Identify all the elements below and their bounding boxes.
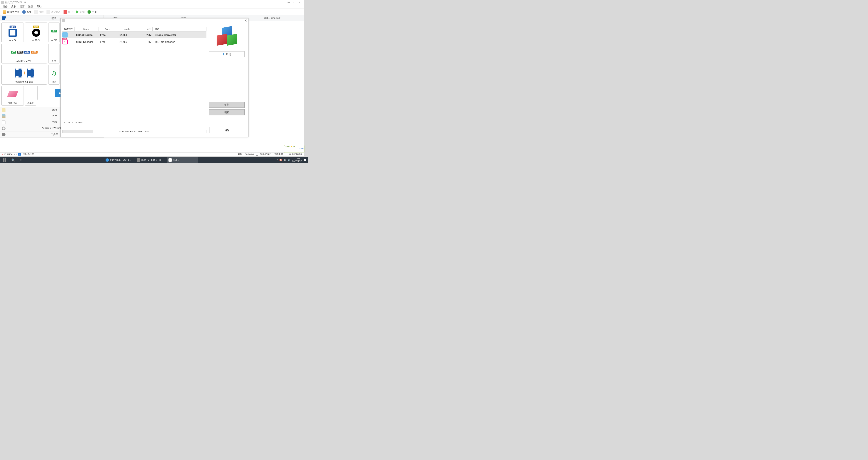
dialog-title-bar: ✕ — [61, 19, 248, 23]
multithread-checkbox[interactable]: ✓ — [18, 153, 21, 156]
menu-bar: 任务 皮肤 语言 选项 帮助 — [0, 5, 304, 9]
refresh-button[interactable]: 刷新 — [209, 109, 245, 116]
col-version[interactable]: Version — [117, 27, 138, 31]
ok-button[interactable]: 确定 — [209, 127, 245, 133]
tray-clock[interactable]: 11:05 2020/4/15 — [292, 157, 302, 163]
cell-desc: MIDI file decoder — [153, 40, 207, 43]
toolbar-clear-list-label: 清空列表 — [51, 10, 61, 14]
play-icon — [76, 10, 79, 14]
mobile-label: -> 移 — [51, 59, 56, 63]
minimize-button[interactable]: — — [288, 1, 290, 4]
tray-network-icon[interactable]: 🖥 — [284, 159, 286, 161]
col-size[interactable]: 大小 — [138, 27, 153, 31]
watermark-label: 去除水印 — [8, 102, 17, 105]
toolbar-stop[interactable]: 停止 — [62, 10, 74, 14]
after-value[interactable]: 关闭电脑 — [274, 153, 283, 156]
plus-icon: + — [23, 70, 26, 76]
maximize-button[interactable]: □ — [294, 1, 295, 4]
ebook-icon — [62, 32, 68, 37]
menu-task[interactable]: 任务 — [3, 5, 7, 8]
toolbar-home-label: 主页 — [92, 10, 97, 14]
status-bar: ● D:\FFOutput ✓ 使用多线程 耗时: 00:00:00 转换完成后… — [0, 152, 304, 156]
download-icon: ⬇ — [222, 53, 225, 56]
audio-icon — [2, 108, 5, 112]
tray-time: 11:05 — [292, 157, 302, 160]
format-mkv[interactable]: MKV -> MKV — [25, 23, 47, 42]
sogou-icon[interactable]: S — [280, 159, 282, 161]
dialog-close-button[interactable]: ✕ — [244, 19, 247, 23]
menu-lang[interactable]: 语言 — [20, 5, 25, 8]
format-gif[interactable]: GIF -> GIF — [49, 23, 60, 42]
format-screen-record[interactable]: 屏幕录 — [25, 86, 36, 106]
format-remove-watermark[interactable]: 去除水印 — [1, 86, 24, 106]
toolbar-remove[interactable]: 移除 — [33, 10, 45, 14]
format-mp4[interactable]: MP4 -> MP4 — [1, 23, 24, 42]
menu-options[interactable]: 选项 — [28, 5, 33, 8]
ff-icon — [137, 158, 140, 162]
after-checkbox[interactable] — [256, 153, 258, 156]
plugin-row-midi[interactable]: MIDI_Decoder Free ->1.0.0 6M MIDI file d… — [62, 38, 207, 45]
taskbar-app-edge[interactable]: 历时 13 年，说它是... — [104, 157, 135, 163]
vob-badge: VOB — [31, 51, 37, 54]
cubes-icon — [215, 27, 239, 45]
tray-up-icon[interactable]: ^ — [277, 159, 278, 161]
cell-version: ->1.0.0 — [117, 40, 138, 43]
globe-icon — [88, 10, 91, 14]
start-button[interactable] — [0, 157, 9, 163]
cancel-label: 取消 — [226, 53, 231, 56]
format-avi-flv-mov[interactable]: AVI FLV MOV VOB -> AVI FLV MOV .... — [1, 43, 47, 64]
flv-badge: FLV — [17, 51, 23, 54]
output-path[interactable]: D:\FFOutput — [4, 153, 17, 156]
toolbar-clear-list[interactable]: 清空列表 — [45, 10, 62, 14]
toolbar-home[interactable]: 主页 — [86, 10, 98, 14]
progress-text: 16.10M / 75.08M — [62, 122, 207, 124]
tray-notifications-icon[interactable]: 💬 — [304, 159, 307, 161]
plugin-row-ebook[interactable]: EBookCodec Free ->1.0.0 75M EBook Conver… — [62, 31, 207, 38]
disc-icon — [2, 127, 5, 130]
progress-label: Download EBookCodec , 21% — [63, 130, 206, 133]
gif-label: -> GIF — [51, 39, 57, 41]
mix-label: 混流 — [52, 80, 56, 84]
menu-skin[interactable]: 皮肤 — [11, 5, 16, 8]
brand-tip: 吾爱破解论坛 — [289, 153, 303, 156]
system-tray[interactable]: ^ S 🖥 🔊 11:05 2020/4/15 💬 — [277, 157, 308, 163]
close-button[interactable]: ✕ — [299, 1, 301, 4]
screenrec-label: 屏幕录 — [27, 102, 34, 105]
cell-size: 75M — [138, 33, 153, 36]
eraser-icon — [7, 91, 18, 97]
edge-icon — [105, 158, 109, 162]
window-title: 格式工厂 X64 5.1.0 — [5, 1, 26, 4]
ok-label: 确定 — [225, 129, 229, 132]
toolbar-start[interactable]: 开始 — [74, 10, 86, 14]
tray-volume-icon[interactable]: 🔊 — [288, 159, 290, 161]
tools-icon — [2, 133, 5, 136]
taskbar-search[interactable]: 🔍 — [9, 157, 17, 163]
col-plugin[interactable]: 模块插件 — [62, 27, 74, 31]
toolbar-options[interactable]: 选项 — [21, 10, 33, 14]
record-icon: ● — [1, 153, 3, 156]
menu-help[interactable]: 帮助 — [37, 5, 41, 8]
folder-icon — [3, 10, 6, 14]
col-state[interactable]: State — [98, 27, 117, 31]
mkv-label: -> MKV — [32, 39, 40, 41]
taskbar-app-formatfactory[interactable]: 格式工厂 X64 5.1.0 — [135, 157, 167, 163]
remove-button[interactable]: 移除 — [209, 102, 245, 108]
stop-icon — [64, 10, 67, 14]
cancel-button[interactable]: ⬇ 取消 — [209, 51, 245, 57]
elapsed-label: 耗时: — [238, 153, 243, 156]
mkv-badge: MKV — [33, 26, 39, 28]
col-name[interactable]: Name — [74, 27, 98, 31]
mp4-label: -> MP4 — [9, 39, 16, 41]
taskbar-app-dialog[interactable]: Dialog — [167, 157, 198, 163]
widget-line1: 13ms ⚡ 28 — [285, 145, 295, 147]
format-mix[interactable]: ♫ 混流 — [48, 65, 60, 85]
format-merge-cut[interactable]: + 视频合并 && 剪辑 — [1, 65, 47, 85]
toolbar-output-folder[interactable]: 输出文件夹 — [1, 10, 21, 14]
taskbar-task-view[interactable]: ⊞ — [17, 157, 25, 163]
col-desc[interactable]: 描述 — [153, 27, 207, 31]
network-widget[interactable]: 13ms ⚡ 28 3.2M — [284, 145, 305, 153]
toolbar-output-folder-label: 输出文件夹 — [7, 10, 19, 14]
toolbar-remove-label: 移除 — [39, 10, 44, 14]
film-icon — [2, 17, 6, 20]
format-mobile[interactable]: -> 移 — [48, 43, 60, 64]
